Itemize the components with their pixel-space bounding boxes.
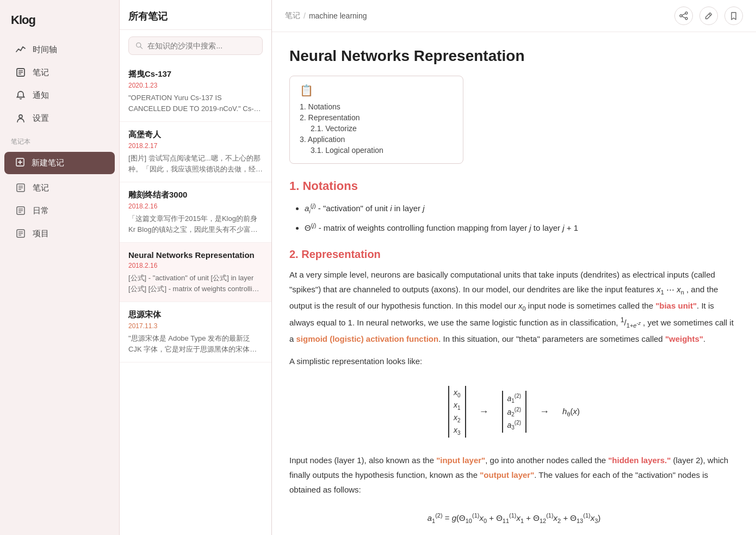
- edit-icon: [704, 11, 713, 20]
- notation-item-2: Θ(j) - matrix of weights controlling fun…: [305, 220, 739, 235]
- note-date-1: 2020.1.23: [128, 82, 263, 89]
- highlight-input-layer: "input layer": [436, 456, 485, 465]
- main-header: 笔记 / machine learning: [272, 0, 756, 32]
- bookmark-button[interactable]: [724, 7, 743, 25]
- note-preview-4: [公式] - "activation" of unit [公式] in laye…: [128, 273, 263, 294]
- note-date-5: 2017.11.3: [128, 322, 263, 330]
- note-title-1: 摇曳Cs-137: [128, 69, 263, 79]
- highlight-bias: "bias unit": [655, 301, 697, 310]
- search-container: [128, 36, 263, 55]
- arrow-1: →: [479, 406, 489, 417]
- search-icon: [135, 41, 143, 50]
- note-item-2[interactable]: 高堡奇人 2018.2.17 [图片] 尝试写点阅读笔记...嗯，不上心的那种。…: [120, 122, 271, 182]
- sidebar: Klog 时间轴 笔记 通知 设置 笔记本 新建笔记 笔记: [0, 0, 120, 535]
- sidebar-item-settings[interactable]: 设置: [4, 107, 115, 129]
- svg-point-24: [685, 17, 687, 20]
- svg-point-4: [19, 115, 22, 118]
- notations-list: ai(j) - "activation" of unit i in layer …: [289, 201, 739, 235]
- user-icon: [15, 113, 26, 124]
- note-preview-2: [图片] 尝试写点阅读笔记...嗯，不上心的那种。「因此，我应该照埃德说的去做，…: [128, 153, 263, 174]
- note-preview-3: 「这篇文章写作于2015年，是Klog的前身Kr Blog的镇站之宝，因此里头有…: [128, 213, 263, 235]
- breadcrumb-root: 笔记: [285, 11, 300, 21]
- notes-icon: [15, 67, 26, 78]
- new-note-icon: [15, 157, 25, 169]
- sidebar-item-notes[interactable]: 笔记: [4, 62, 115, 83]
- bookmark-icon: [729, 11, 738, 20]
- note-date-2: 2018.2.17: [128, 142, 263, 150]
- toc-item-31[interactable]: 3.1. Logical operation: [300, 145, 453, 156]
- sidebar-item-notes2[interactable]: 笔记: [4, 177, 115, 199]
- article-title: Neural Networks Representation: [289, 47, 739, 65]
- svg-line-27: [709, 14, 711, 16]
- arrow-2: →: [540, 406, 549, 417]
- note-date-4: 2018.2.16: [128, 262, 263, 269]
- toc-item-3[interactable]: 3. Application: [300, 134, 453, 145]
- section-heading-representation: 2. Representation: [289, 248, 739, 261]
- note-list-header: 所有笔记: [120, 0, 271, 30]
- note-item-3[interactable]: 雕刻终结者3000 2018.2.16 「这篇文章写作于2015年，是Klog的…: [120, 182, 271, 243]
- main-panel: 笔记 / machine learning Neural Networks Re…: [272, 0, 756, 535]
- sidebar-item-timeline[interactable]: 时间轴: [4, 39, 115, 60]
- note-items-list: 摇曳Cs-137 2020.1.23 "OPERATION Yuru Cs-13…: [120, 62, 271, 535]
- share-icon: [679, 11, 688, 20]
- daily-icon: [15, 205, 26, 216]
- toc-item-1[interactable]: 1. Notations: [300, 101, 453, 112]
- toc-item-2[interactable]: 2. Representation: [300, 112, 453, 123]
- svg-line-21: [140, 47, 142, 49]
- highlight-output-layer: "output layer": [480, 470, 534, 479]
- table-of-contents: 📋 1. Notations 2. Representation 2.1. Ve…: [289, 76, 463, 164]
- share-button[interactable]: [674, 7, 693, 25]
- highlight-weights: "weights": [665, 334, 703, 343]
- note-title-3: 雕刻终结者3000: [128, 190, 263, 200]
- representation-para-2: A simplistic representation looks like:: [289, 354, 739, 368]
- note-title-4: Neural Networks Representation: [128, 250, 263, 260]
- highlight-sigmoid: sigmoid (logistic) activation function: [296, 334, 439, 343]
- svg-point-23: [680, 15, 682, 17]
- note-date-3: 2018.2.16: [128, 202, 263, 210]
- highlight-hidden-layers: "hidden layers.": [608, 456, 671, 465]
- note-preview-5: "思源宋体是 Adobe Type 发布的最新泛 CJK 字体，它是对应于思源黑…: [128, 333, 263, 354]
- header-actions: [674, 7, 743, 25]
- svg-line-26: [682, 16, 685, 18]
- svg-line-25: [682, 14, 685, 15]
- note-title-2: 高堡奇人: [128, 130, 263, 140]
- bell-icon: [15, 90, 26, 101]
- representation-para-1: At a very simple level, neurons are basi…: [289, 267, 739, 346]
- notes2-icon: [15, 182, 26, 193]
- note-item-4[interactable]: Neural Networks Representation 2018.2.16…: [120, 243, 271, 302]
- timeline-icon: [15, 44, 26, 55]
- note-preview-1: "OPERATION Yuru Cs-137 IS CANCELLED DUE …: [128, 93, 263, 114]
- notation-item-1: ai(j) - "activation" of unit i in layer …: [305, 201, 739, 217]
- breadcrumb: 笔记 / machine learning: [285, 11, 367, 21]
- representation-para-3: Input nodes (layer 1), also known as the…: [289, 453, 739, 497]
- edit-button[interactable]: [699, 7, 718, 25]
- breadcrumb-current: machine learning: [309, 11, 367, 20]
- sidebar-item-projects[interactable]: 项目: [4, 223, 115, 244]
- note-item-1[interactable]: 摇曳Cs-137 2020.1.23 "OPERATION Yuru Cs-13…: [120, 62, 271, 122]
- search-input[interactable]: [147, 41, 256, 50]
- sidebar-item-notifications[interactable]: 通知: [4, 84, 115, 106]
- hypothesis-function: hθ(x): [562, 407, 580, 417]
- new-note-button[interactable]: 新建笔记: [4, 152, 115, 174]
- toc-icon: 📋: [300, 84, 453, 97]
- svg-point-22: [685, 12, 687, 14]
- app-logo: Klog: [0, 9, 119, 38]
- note-title-5: 思源宋体: [128, 310, 263, 320]
- note-item-5[interactable]: 思源宋体 2017.11.3 "思源宋体是 Adobe Type 发布的最新泛 …: [120, 302, 271, 362]
- matrix-diagram: x0 x1 x2 x3 → a1(2) a2(2) a3(2) → hθ(x): [289, 376, 739, 447]
- toc-item-21[interactable]: 2.1. Vectorize: [300, 123, 453, 134]
- activation-matrix: a1(2) a2(2) a3(2): [502, 391, 527, 433]
- article-content: Neural Networks Representation 📋 1. Nota…: [272, 32, 756, 535]
- section-heading-notations: 1. Notations: [289, 179, 739, 193]
- input-matrix: x0 x1 x2 x3: [448, 386, 466, 438]
- note-list-panel: 所有笔记 摇曳Cs-137 2020.1.23 "OPERATION Yuru …: [120, 0, 272, 535]
- sidebar-item-daily[interactable]: 日常: [4, 200, 115, 222]
- notebook-section-label: 笔记本: [0, 130, 119, 150]
- projects-icon: [15, 228, 26, 239]
- breadcrumb-separator: /: [303, 11, 306, 20]
- equation-block: a1(2) = g(Θ10(1)x0 + Θ11(1)x1 + Θ12(1)x2…: [289, 505, 739, 532]
